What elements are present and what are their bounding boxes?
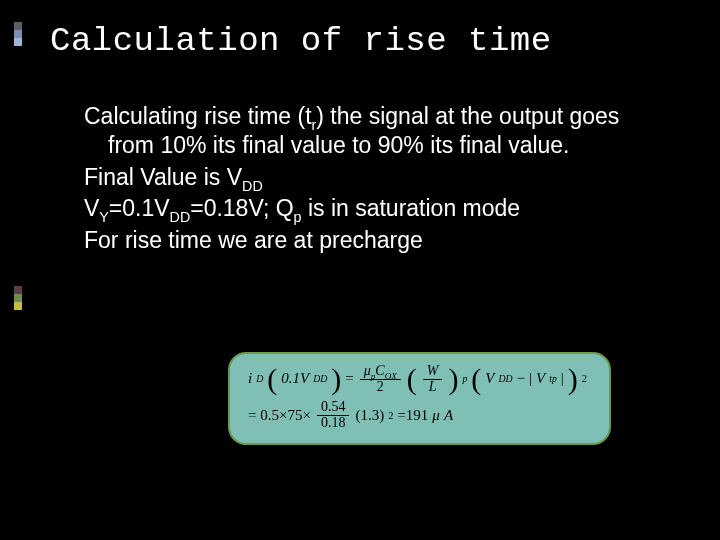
subscript: DD	[242, 177, 263, 193]
slide: Calculation of rise time Calculating ris…	[0, 0, 720, 540]
text: (1.3)	[355, 406, 384, 426]
slide-title: Calculation of rise time	[50, 22, 680, 60]
sym-V: V	[485, 369, 494, 389]
sym-i: i	[248, 369, 252, 389]
paren-right: )	[331, 368, 341, 389]
subscript: p	[294, 209, 302, 225]
text: Calculating rise time (t	[84, 103, 312, 129]
text: =191	[397, 406, 428, 426]
subscript: Y	[99, 209, 109, 225]
paren-left: (	[471, 368, 481, 389]
mu: μ	[432, 406, 440, 426]
text: is in saturation mode	[302, 195, 521, 221]
body-paragraph-1: Calculating rise time (tr) the signal at…	[108, 102, 670, 161]
unit-A: A	[444, 406, 453, 426]
equation-row-2: = 0.5×75× 0.54 0.18 (1.3)2 =191μA	[248, 400, 587, 430]
accent-bars-mid	[14, 286, 22, 310]
frac-den: L	[425, 380, 441, 395]
minus: −	[517, 369, 525, 389]
frac-den: 0.18	[317, 416, 350, 431]
accent-bar	[14, 286, 22, 294]
fraction: W L	[423, 364, 443, 394]
equation-box-wrap: iD (0.1VDD) = μpCOX 2 ( W L )p (VDD − |V…	[228, 352, 611, 445]
equals: =	[345, 369, 353, 389]
paren-right: )	[448, 368, 458, 389]
paren-right: )	[568, 368, 578, 389]
equation-row-1: iD (0.1VDD) = μpCOX 2 ( W L )p (VDD − |V…	[248, 364, 587, 394]
accent-bar	[14, 302, 22, 310]
accent-bar	[14, 294, 22, 302]
subscript: DD	[170, 209, 191, 225]
paren-left: (	[267, 368, 277, 389]
text: Final Value is V	[84, 164, 242, 190]
accent-bar	[14, 38, 22, 46]
frac-num: 0.54	[317, 400, 350, 416]
body-paragraph-4: For rise time we are at precharge	[108, 226, 670, 255]
fraction: 0.54 0.18	[317, 400, 350, 430]
body-paragraph-3: VY=0.1VDD=0.18V; Qp is in saturation mod…	[108, 194, 670, 223]
equation-box: iD (0.1VDD) = μpCOX 2 ( W L )p (VDD − |V…	[228, 352, 611, 445]
fraction: μpCOX 2	[360, 364, 401, 394]
frac-num: W	[423, 364, 443, 380]
text: 0.1V	[281, 369, 309, 389]
text: = 0.5×75×	[248, 406, 311, 426]
accent-bar	[14, 22, 22, 30]
text: V	[84, 195, 99, 221]
accent-bars-top	[14, 22, 22, 46]
body-paragraph-2: Final Value is VDD	[84, 163, 670, 192]
slide-body: Calculating rise time (tr) the signal at…	[56, 102, 680, 255]
abs-bar: |	[561, 369, 564, 389]
text: =0.18V; Q	[190, 195, 293, 221]
sym-V: V	[536, 369, 545, 389]
paren-left: (	[407, 368, 417, 389]
frac-num: μpCOX	[360, 364, 401, 380]
text: =0.1V	[109, 195, 170, 221]
sym-C: C	[375, 363, 384, 378]
accent-bar	[14, 30, 22, 38]
mu: μ	[364, 363, 371, 378]
abs-bar: |	[529, 369, 532, 389]
frac-den: 2	[373, 380, 388, 395]
